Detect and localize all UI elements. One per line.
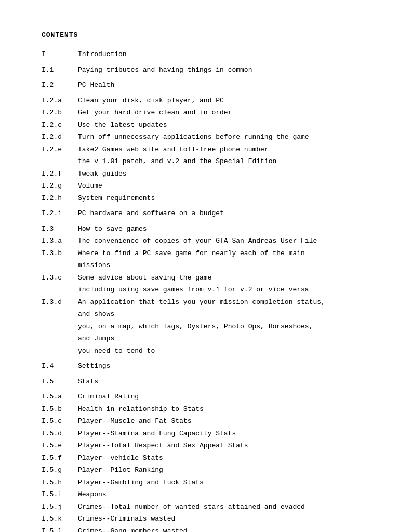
toc-num: I.2.c [42,120,78,130]
toc-text: Some advice about saving the game [78,273,357,283]
toc-entry: I.5.dPlayer--Stamina and Lung Capacity S… [42,429,357,439]
toc-num: I.5.h [42,477,78,488]
toc-entry: I.2.iPC hardware and software on a budge… [42,208,357,219]
toc-entry: I.2.dTurn off unnecessary applications b… [42,132,357,142]
toc-entry: I.5.ePlayer--Total Respect and Sex Appea… [42,441,357,451]
toc-num: I.5.i [42,489,78,500]
toc-num: I.3.d [42,297,78,308]
toc-num: I.2.e [42,144,78,155]
toc-num: I.5 [42,377,78,387]
toc-text: Player--Pilot Ranking [78,465,357,475]
toc-text: PC Health [78,80,357,90]
toc-entry: you need to tend to [42,346,357,356]
toc-text: you, on a map, which Tags, Oysters, Phot… [78,322,357,332]
toc-text: and Jumps [78,334,357,344]
toc-num: I.2.i [42,208,78,219]
toc-entry: you, on a map, which Tags, Oysters, Phot… [42,322,357,332]
toc-num: I.2.a [42,96,78,106]
toc-entry: and shows [42,309,357,320]
toc-text: PC hardware and software on a budget [78,208,357,219]
toc-num: I.5.k [42,514,78,524]
toc-num [42,260,78,271]
toc-text: Weapons [78,489,357,500]
toc-text: Crimes--Total number of wanted stars att… [78,502,357,512]
toc-text: Crimes--Criminals wasted [78,514,357,524]
toc-num [42,156,78,167]
toc-num: I.5.f [42,453,78,463]
toc-entry: I.1Paying tributes and having things in … [42,65,357,75]
toc-entry: I.5.bHealth in relationship to Stats [42,404,357,415]
toc-container: IIntroductionI.1Paying tributes and havi… [42,49,357,532]
toc-entry: I.3.b Where to find a PC save game for n… [42,248,357,259]
toc-text: An application that tells you your missi… [78,297,357,308]
toc-entry: I.3.c Some advice about saving the game [42,273,357,283]
toc-num: I.5.c [42,416,78,427]
toc-num: I.5.j [42,502,78,512]
toc-entry: I.5Stats [42,377,357,387]
toc-entry: I.2.bGet your hard drive clean and in or… [42,108,357,118]
toc-entry: I.3.a The convenience of copies of your … [42,236,357,246]
toc-text: Health in relationship to Stats [78,404,357,415]
toc-text: Turn off unnecessary applications before… [78,132,357,142]
toc-text: Criminal Rating [78,392,357,402]
toc-num: I.5.a [42,392,78,402]
contents-header: CONTENTS [42,31,357,39]
toc-entry: I.5.gPlayer--Pilot Ranking [42,465,357,475]
toc-entry: I.2.fTweak guides [42,169,357,179]
toc-text: you need to tend to [78,346,357,356]
toc-text: including using save games from v.1 for … [78,285,357,295]
toc-text: Paying tributes and having things in com… [78,65,357,75]
toc-text: Use the latest updates [78,120,357,130]
toc-entry: I.4Settings [42,361,357,371]
toc-entry: I.5.jCrimes--Total number of wanted star… [42,502,357,512]
toc-text: Player--Total Respect and Sex Appeal Sta… [78,441,357,451]
toc-num: I.2.g [42,181,78,191]
toc-text: Where to find a PC save game for nearly … [78,248,357,259]
toc-num: I.2 [42,80,78,90]
toc-num: I.3.b [42,248,78,259]
toc-num [42,322,78,332]
toc-num: I.2.b [42,108,78,118]
toc-text: Player--Gambling and Luck Stats [78,477,357,488]
toc-num: I.5.e [42,441,78,451]
toc-entry: I.5.cPlayer--Muscle and Fat Stats [42,416,357,427]
toc-num [42,285,78,295]
toc-text: How to save games [78,224,357,234]
toc-entry: I.2.gVolume [42,181,357,191]
toc-num: I.3.c [42,273,78,283]
toc-text: Clean your disk, disk player, and PC [78,96,357,106]
toc-entry: missions [42,260,357,271]
toc-num: I.5.d [42,429,78,439]
toc-num: I [42,49,78,60]
toc-num: I.2.d [42,132,78,142]
toc-num: I.5.g [42,465,78,475]
toc-entry: I.5.aCriminal Rating [42,392,357,402]
toc-num: I.3 [42,224,78,234]
toc-text: and shows [78,309,357,320]
toc-entry: I.3How to save games [42,224,357,234]
toc-entry: I.5.kCrimes--Criminals wasted [42,514,357,524]
toc-entry: I.2.eTake2 Games web site and toll-free … [42,144,357,155]
toc-entry: the v 1.01 patch, and v.2 and the Specia… [42,156,357,167]
toc-text: System requirements [78,193,357,204]
toc-entry: including using save games from v.1 for … [42,285,357,295]
toc-text: the v 1.01 patch, and v.2 and the Specia… [78,156,357,167]
toc-entry: I.2.cUse the latest updates [42,120,357,130]
toc-text: missions [78,260,357,271]
toc-entry: I.2.hSystem requirements [42,193,357,204]
toc-entry: I.2.aClean your disk, disk player, and P… [42,96,357,106]
toc-num: I.4 [42,361,78,371]
toc-entry: I.5.lCrimes--Gang members wasted [42,526,357,533]
toc-text: Stats [78,377,357,387]
toc-text: Settings [78,361,357,371]
toc-entry: I.5.iWeapons [42,489,357,500]
toc-text: Volume [78,181,357,191]
toc-text: Get your hard drive clean and in order [78,108,357,118]
toc-text: The convenience of copies of your GTA Sa… [78,236,357,246]
toc-entry: I.5.fPlayer--vehicle Stats [42,453,357,463]
toc-entry: and Jumps [42,334,357,344]
toc-num: I.5.b [42,404,78,415]
toc-text: Player--Muscle and Fat Stats [78,416,357,427]
toc-text: Player--vehicle Stats [78,453,357,463]
toc-entry: I.2PC Health [42,80,357,90]
